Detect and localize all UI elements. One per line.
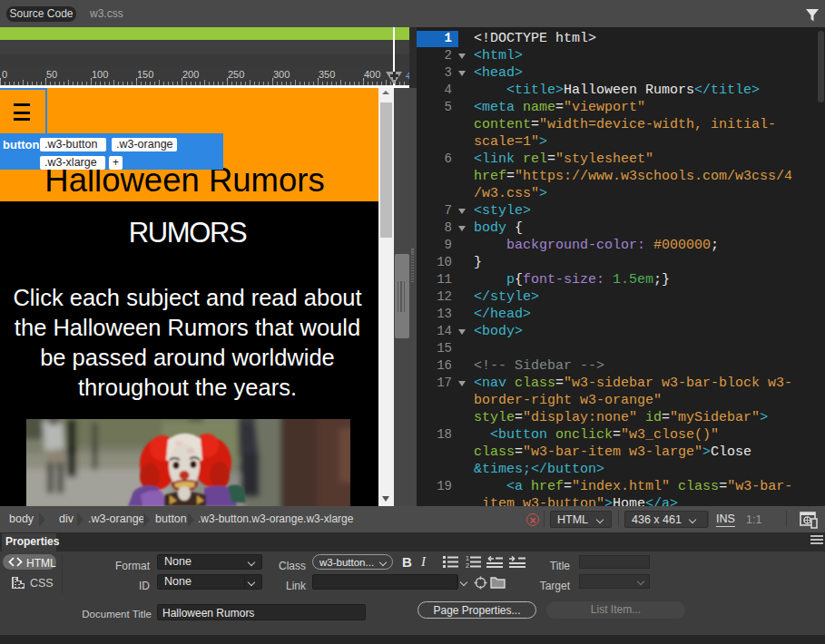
svg-text:2: 2 [466,562,469,568]
svg-text:1: 1 [466,556,469,561]
